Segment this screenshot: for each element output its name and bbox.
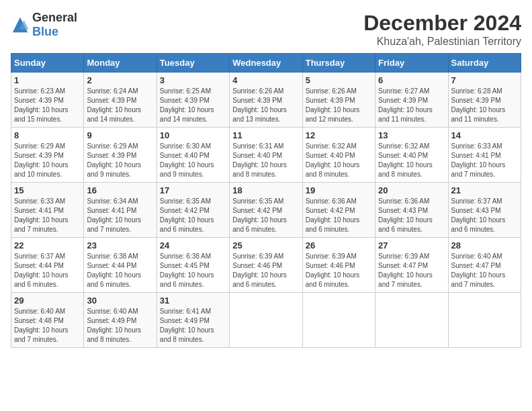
main-title: December 2024 xyxy=(363,11,521,36)
day-info: Sunrise: 6:37 AM Sunset: 4:44 PM Dayligh… xyxy=(14,252,81,289)
day-cell xyxy=(302,293,375,348)
day-info: Sunrise: 6:25 AM Sunset: 4:39 PM Dayligh… xyxy=(160,87,226,124)
day-number: 13 xyxy=(378,130,445,140)
day-cell: 17Sunrise: 6:35 AM Sunset: 4:42 PM Dayli… xyxy=(157,183,229,238)
day-info: Sunrise: 6:32 AM Sunset: 4:40 PM Dayligh… xyxy=(306,142,372,179)
day-info: Sunrise: 6:33 AM Sunset: 4:41 PM Dayligh… xyxy=(451,142,518,179)
day-cell: 24Sunrise: 6:38 AM Sunset: 4:45 PM Dayli… xyxy=(157,238,229,293)
day-cell: 8Sunrise: 6:29 AM Sunset: 4:39 PM Daylig… xyxy=(11,128,84,183)
column-header-monday: Monday xyxy=(84,54,157,73)
day-cell: 26Sunrise: 6:39 AM Sunset: 4:46 PM Dayli… xyxy=(302,238,375,293)
logo-icon xyxy=(11,15,30,34)
column-header-tuesday: Tuesday xyxy=(157,54,229,73)
day-cell: 12Sunrise: 6:32 AM Sunset: 4:40 PM Dayli… xyxy=(302,128,375,183)
day-number: 18 xyxy=(232,185,299,195)
calendar-table: SundayMondayTuesdayWednesdayThursdayFrid… xyxy=(11,53,521,348)
day-info: Sunrise: 6:41 AM Sunset: 4:49 PM Dayligh… xyxy=(160,307,226,345)
day-info: Sunrise: 6:40 AM Sunset: 4:49 PM Dayligh… xyxy=(87,307,153,345)
day-cell: 13Sunrise: 6:32 AM Sunset: 4:40 PM Dayli… xyxy=(375,128,448,183)
day-cell: 31Sunrise: 6:41 AM Sunset: 4:49 PM Dayli… xyxy=(157,293,229,348)
day-number: 26 xyxy=(306,240,372,250)
day-cell: 10Sunrise: 6:30 AM Sunset: 4:40 PM Dayli… xyxy=(157,128,229,183)
week-row-2: 8Sunrise: 6:29 AM Sunset: 4:39 PM Daylig… xyxy=(11,128,521,183)
header-row: SundayMondayTuesdayWednesdayThursdayFrid… xyxy=(11,54,521,73)
day-number: 11 xyxy=(232,130,299,140)
header: General Blue December 2024 Khuza'ah, Pal… xyxy=(11,11,521,48)
day-info: Sunrise: 6:27 AM Sunset: 4:39 PM Dayligh… xyxy=(378,87,445,124)
day-number: 19 xyxy=(306,185,372,195)
week-row-5: 29Sunrise: 6:40 AM Sunset: 4:48 PM Dayli… xyxy=(11,293,521,348)
day-cell: 16Sunrise: 6:34 AM Sunset: 4:41 PM Dayli… xyxy=(84,183,157,238)
column-header-thursday: Thursday xyxy=(302,54,375,73)
day-cell: 23Sunrise: 6:38 AM Sunset: 4:44 PM Dayli… xyxy=(84,238,157,293)
day-number: 17 xyxy=(160,185,226,195)
day-number: 6 xyxy=(378,75,445,85)
day-number: 23 xyxy=(87,240,153,250)
day-cell: 15Sunrise: 6:33 AM Sunset: 4:41 PM Dayli… xyxy=(11,183,84,238)
day-cell: 1Sunrise: 6:23 AM Sunset: 4:39 PM Daylig… xyxy=(11,73,84,128)
day-info: Sunrise: 6:28 AM Sunset: 4:39 PM Dayligh… xyxy=(451,87,518,124)
day-number: 9 xyxy=(87,130,153,140)
day-number: 21 xyxy=(451,185,518,195)
day-cell xyxy=(230,293,302,348)
day-info: Sunrise: 6:26 AM Sunset: 4:39 PM Dayligh… xyxy=(232,87,299,124)
day-cell: 21Sunrise: 6:37 AM Sunset: 4:43 PM Dayli… xyxy=(448,183,521,238)
day-info: Sunrise: 6:24 AM Sunset: 4:39 PM Dayligh… xyxy=(87,87,153,124)
day-info: Sunrise: 6:39 AM Sunset: 4:46 PM Dayligh… xyxy=(232,252,299,289)
day-cell: 3Sunrise: 6:25 AM Sunset: 4:39 PM Daylig… xyxy=(157,73,229,128)
column-header-friday: Friday xyxy=(375,54,448,73)
week-row-4: 22Sunrise: 6:37 AM Sunset: 4:44 PM Dayli… xyxy=(11,238,521,293)
day-info: Sunrise: 6:36 AM Sunset: 4:42 PM Dayligh… xyxy=(306,197,372,234)
day-number: 29 xyxy=(14,295,81,306)
day-info: Sunrise: 6:31 AM Sunset: 4:40 PM Dayligh… xyxy=(232,142,299,179)
day-number: 28 xyxy=(451,240,518,250)
day-cell: 4Sunrise: 6:26 AM Sunset: 4:39 PM Daylig… xyxy=(230,73,302,128)
day-cell: 19Sunrise: 6:36 AM Sunset: 4:42 PM Dayli… xyxy=(302,183,375,238)
day-info: Sunrise: 6:35 AM Sunset: 4:42 PM Dayligh… xyxy=(232,197,299,234)
day-info: Sunrise: 6:40 AM Sunset: 4:48 PM Dayligh… xyxy=(14,307,81,345)
day-number: 10 xyxy=(160,130,226,140)
day-number: 14 xyxy=(451,130,518,140)
day-cell xyxy=(375,293,448,348)
week-row-3: 15Sunrise: 6:33 AM Sunset: 4:41 PM Dayli… xyxy=(11,183,521,238)
day-number: 27 xyxy=(378,240,445,250)
day-cell: 11Sunrise: 6:31 AM Sunset: 4:40 PM Dayli… xyxy=(230,128,302,183)
day-number: 8 xyxy=(14,130,81,140)
logo-blue: Blue xyxy=(32,25,58,38)
title-area: December 2024 Khuza'ah, Palestinian Terr… xyxy=(363,11,521,48)
day-number: 5 xyxy=(306,75,372,85)
day-info: Sunrise: 6:26 AM Sunset: 4:39 PM Dayligh… xyxy=(306,87,372,124)
day-number: 12 xyxy=(306,130,372,140)
day-cell: 6Sunrise: 6:27 AM Sunset: 4:39 PM Daylig… xyxy=(375,73,448,128)
subtitle: Khuza'ah, Palestinian Territory xyxy=(363,36,521,48)
day-cell: 28Sunrise: 6:40 AM Sunset: 4:47 PM Dayli… xyxy=(448,238,521,293)
day-info: Sunrise: 6:38 AM Sunset: 4:44 PM Dayligh… xyxy=(87,252,153,289)
day-info: Sunrise: 6:37 AM Sunset: 4:43 PM Dayligh… xyxy=(451,197,518,234)
column-header-sunday: Sunday xyxy=(11,54,84,73)
day-info: Sunrise: 6:39 AM Sunset: 4:47 PM Dayligh… xyxy=(378,252,445,289)
day-cell: 29Sunrise: 6:40 AM Sunset: 4:48 PM Dayli… xyxy=(11,293,84,348)
week-row-1: 1Sunrise: 6:23 AM Sunset: 4:39 PM Daylig… xyxy=(11,73,521,128)
day-number: 7 xyxy=(451,75,518,85)
day-info: Sunrise: 6:30 AM Sunset: 4:40 PM Dayligh… xyxy=(160,142,226,179)
day-number: 30 xyxy=(87,295,153,306)
day-info: Sunrise: 6:23 AM Sunset: 4:39 PM Dayligh… xyxy=(14,87,81,124)
day-info: Sunrise: 6:40 AM Sunset: 4:47 PM Dayligh… xyxy=(451,252,518,289)
day-cell: 14Sunrise: 6:33 AM Sunset: 4:41 PM Dayli… xyxy=(448,128,521,183)
day-info: Sunrise: 6:34 AM Sunset: 4:41 PM Dayligh… xyxy=(87,197,153,234)
day-cell: 30Sunrise: 6:40 AM Sunset: 4:49 PM Dayli… xyxy=(84,293,157,348)
logo-general: General xyxy=(32,11,77,24)
day-info: Sunrise: 6:29 AM Sunset: 4:39 PM Dayligh… xyxy=(87,142,153,179)
day-info: Sunrise: 6:36 AM Sunset: 4:43 PM Dayligh… xyxy=(378,197,445,234)
day-cell: 9Sunrise: 6:29 AM Sunset: 4:39 PM Daylig… xyxy=(84,128,157,183)
day-number: 24 xyxy=(160,240,226,250)
day-info: Sunrise: 6:32 AM Sunset: 4:40 PM Dayligh… xyxy=(378,142,445,179)
day-info: Sunrise: 6:39 AM Sunset: 4:46 PM Dayligh… xyxy=(306,252,372,289)
day-cell: 20Sunrise: 6:36 AM Sunset: 4:43 PM Dayli… xyxy=(375,183,448,238)
day-cell: 2Sunrise: 6:24 AM Sunset: 4:39 PM Daylig… xyxy=(84,73,157,128)
day-number: 2 xyxy=(87,75,153,85)
day-number: 3 xyxy=(160,75,226,85)
day-info: Sunrise: 6:35 AM Sunset: 4:42 PM Dayligh… xyxy=(160,197,226,234)
day-number: 20 xyxy=(378,185,445,195)
column-header-saturday: Saturday xyxy=(448,54,521,73)
